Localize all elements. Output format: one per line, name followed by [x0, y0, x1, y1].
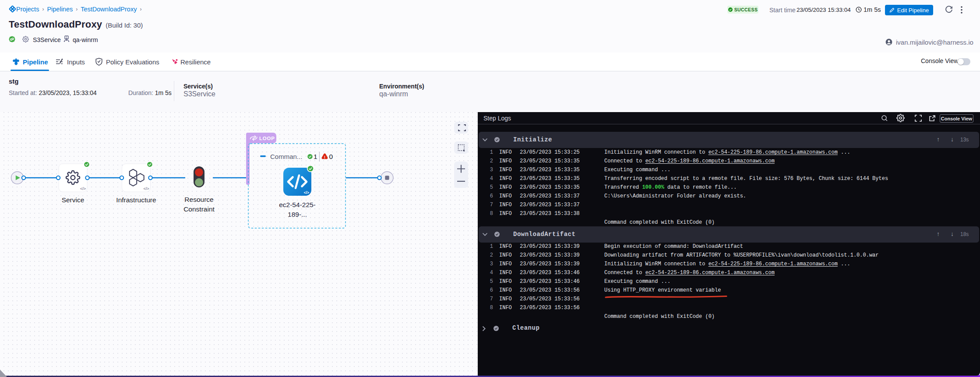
svg-text:</>: </> — [143, 187, 149, 191]
svg-text:</>: </> — [80, 187, 86, 191]
svg-text:Service: Service — [62, 196, 85, 204]
svg-text:Infrastructure: Infrastructure — [116, 196, 156, 204]
svg-text:Comman...: Comman... — [270, 153, 302, 160]
svg-text:LOOP: LOOP — [259, 136, 275, 141]
svg-text:0: 0 — [329, 153, 333, 160]
svg-text:189-...: 189-... — [288, 211, 307, 218]
svg-text:!: ! — [324, 155, 325, 159]
svg-text:Resource: Resource — [184, 196, 213, 203]
svg-text:1: 1 — [314, 153, 317, 160]
svg-text:</>: </> — [304, 190, 309, 195]
svg-text:Constraint: Constraint — [183, 205, 215, 213]
svg-text:ec2-54-225-: ec2-54-225- — [279, 201, 316, 208]
